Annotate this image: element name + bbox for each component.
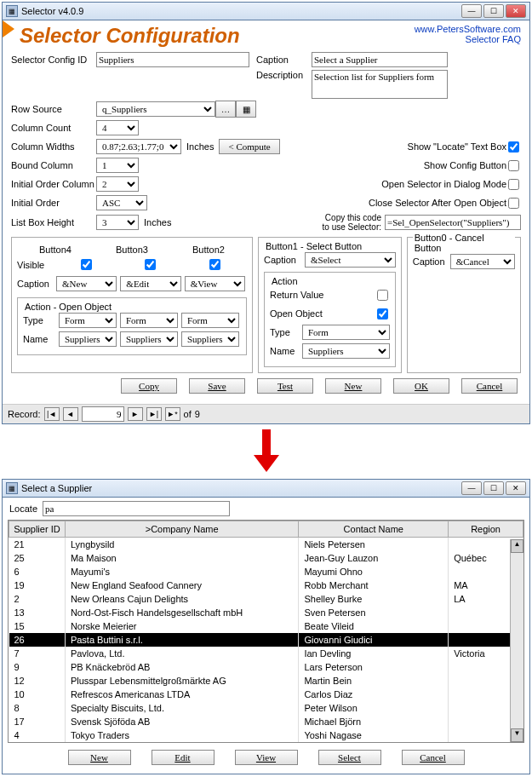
column-count-select[interactable]: 4	[96, 120, 139, 135]
nav-first-button[interactable]: |◄	[44, 407, 60, 421]
visible4-checkbox[interactable]	[81, 259, 92, 270]
table-row[interactable]: 2New Orleans Cajun DelightsShelley Burke…	[9, 592, 523, 606]
record-num-input[interactable]	[82, 406, 124, 422]
initial-order-select[interactable]: ASC	[96, 195, 147, 210]
table-row[interactable]: 12Plusspar Lebensmittelgroßmärkte AGMart…	[9, 674, 523, 688]
label-type1: Type	[270, 327, 302, 337]
name3-select[interactable]: Suppliers	[120, 331, 178, 347]
table-row[interactable]: 21LyngbysildNiels Petersen	[9, 538, 523, 552]
action-open-group: Action - Open Object Type Form Form Form…	[17, 297, 247, 355]
table-cell: Mayumi's	[65, 565, 299, 578]
copy-button[interactable]: Copy	[121, 378, 177, 394]
nav-new-button[interactable]: ►*	[165, 407, 180, 421]
caption-input[interactable]	[312, 52, 448, 67]
table-row[interactable]: 8Specialty Biscuits, Ltd.Peter Wilson	[9, 701, 523, 715]
table-row[interactable]: 10Refrescos Americanas LTDACarlos Diaz	[9, 688, 523, 701]
initial-order-col-select[interactable]: 2	[96, 176, 139, 192]
show-config-checkbox[interactable]	[508, 160, 519, 171]
select-window-title: Select a Supplier	[21, 483, 461, 493]
nav-last-button[interactable]: ►|	[146, 407, 162, 421]
cancel-button[interactable]: Cancel	[461, 378, 518, 394]
table-cell: Peter Wilson	[299, 701, 449, 715]
table-cell: New Orleans Cajun Delights	[65, 592, 299, 606]
sel-select-button[interactable]: Select	[318, 750, 381, 765]
table-cell: Beate Vileid	[299, 619, 449, 633]
sel-edit-button[interactable]: Edit	[152, 750, 215, 765]
name2-select[interactable]: Suppliers	[181, 331, 239, 347]
compute-button[interactable]: < Compute	[219, 139, 279, 154]
table-row[interactable]: 13Nord-Ost-Fisch Handelsgesellschaft mbH…	[9, 606, 523, 619]
copy-code-input[interactable]	[385, 215, 521, 230]
scroll-down-button[interactable]: ▼	[511, 728, 523, 742]
sel-view-button[interactable]: View	[235, 750, 298, 765]
table-row[interactable]: 26Pasta Buttini s.r.l.Giovanni Giudici	[9, 633, 523, 647]
select-minimize-button[interactable]: —	[461, 481, 482, 495]
nav-prev-button[interactable]: ◄	[63, 407, 78, 421]
website-link[interactable]: www.PetersSoftware.com	[415, 24, 521, 34]
table-row[interactable]: 15Norske MeierierBeate Vileid	[9, 619, 523, 633]
new-button[interactable]: New	[325, 378, 381, 394]
test-button[interactable]: Test	[257, 378, 313, 394]
maximize-button[interactable]: ☐	[483, 4, 504, 18]
list-box-height-select[interactable]: 3	[96, 215, 139, 230]
table-row[interactable]: 7Pavlova, Ltd.Ian DevlingVictoria	[9, 647, 523, 660]
svg-rect-0	[262, 429, 271, 455]
select-maximize-button[interactable]: ☐	[483, 481, 504, 495]
name1-select[interactable]: Suppliers	[302, 343, 390, 359]
table-row[interactable]: 17Svensk Sjöföda ABMichael Björn	[9, 715, 523, 728]
caption1-select[interactable]: &Select	[305, 252, 396, 268]
column-header[interactable]: Region	[449, 521, 523, 538]
action-group: Action Return Value Open Object TypeForm…	[264, 272, 396, 367]
faq-link[interactable]: Selector FAQ	[415, 34, 521, 44]
bound-column-select[interactable]: 1	[96, 158, 139, 173]
row-source-select[interactable]: q_Suppliers	[96, 101, 215, 117]
page-title: Selector Configuration	[11, 24, 415, 48]
caption0-select[interactable]: &Cancel	[450, 254, 515, 269]
label-open-object: Open Object	[270, 308, 375, 319]
close-after-checkbox[interactable]	[508, 198, 519, 209]
caption2-select[interactable]: &View	[185, 276, 245, 291]
scrollbar[interactable]: ▲ ▼	[510, 539, 523, 742]
type4-select[interactable]: Form	[59, 313, 117, 328]
locate-input[interactable]	[43, 501, 230, 516]
sel-cancel-button[interactable]: Cancel	[402, 750, 465, 765]
table-row[interactable]: 4Tokyo TradersYoshi Nagase	[9, 728, 523, 742]
label-name1: Name	[270, 346, 302, 356]
label-inches2: Inches	[144, 217, 171, 227]
caption3-select[interactable]: &Edit	[120, 276, 180, 291]
table-row[interactable]: 25Ma MaisonJean-Guy LauzonQuébec	[9, 551, 523, 565]
visible3-checkbox[interactable]	[145, 259, 156, 270]
table-row[interactable]: 6Mayumi'sMayumi Ohno	[9, 565, 523, 578]
type2-select[interactable]: Form	[181, 313, 239, 328]
label-action: Action	[270, 276, 300, 286]
type1-select[interactable]: Form	[302, 325, 390, 340]
row-source-grid-button[interactable]: ▦	[236, 101, 256, 118]
save-button[interactable]: Save	[189, 378, 245, 394]
titlebar: ▦ Selector v4.0.9 — ☐ ✕	[3, 3, 529, 20]
column-widths-select[interactable]: 0.87;2.63;1.77;0	[96, 139, 181, 154]
sel-new-button[interactable]: New	[68, 750, 131, 765]
table-cell: 21	[9, 538, 66, 552]
column-header[interactable]: Contact Name	[299, 521, 449, 538]
select-close-button[interactable]: ✕	[506, 481, 526, 495]
nav-next-button[interactable]: ►	[128, 407, 143, 421]
type3-select[interactable]: Form	[120, 313, 178, 328]
open-object-checkbox[interactable]	[377, 308, 388, 319]
minimize-button[interactable]: —	[461, 4, 482, 18]
column-header[interactable]: Supplier ID	[9, 521, 66, 538]
open-dialog-checkbox[interactable]	[508, 179, 519, 190]
table-row[interactable]: 19New England Seafood CanneryRobb Mercha…	[9, 578, 523, 592]
close-button[interactable]: ✕	[506, 4, 526, 18]
column-header[interactable]: >Company Name	[65, 521, 299, 538]
visible2-checkbox[interactable]	[209, 259, 220, 270]
return-value-checkbox[interactable]	[377, 290, 388, 301]
name4-select[interactable]: Suppliers	[59, 331, 117, 347]
row-source-ellipsis-button[interactable]: …	[215, 101, 236, 118]
scroll-up-button[interactable]: ▲	[511, 539, 523, 553]
ok-button[interactable]: OK	[393, 378, 449, 394]
config-id-input[interactable]	[96, 52, 249, 67]
table-row[interactable]: 9PB Knäckebröd ABLars Peterson	[9, 660, 523, 674]
description-input[interactable]: Selection list for Suppliers form	[312, 70, 448, 99]
show-locate-checkbox[interactable]	[508, 141, 519, 153]
caption4-select[interactable]: &New	[56, 276, 117, 291]
